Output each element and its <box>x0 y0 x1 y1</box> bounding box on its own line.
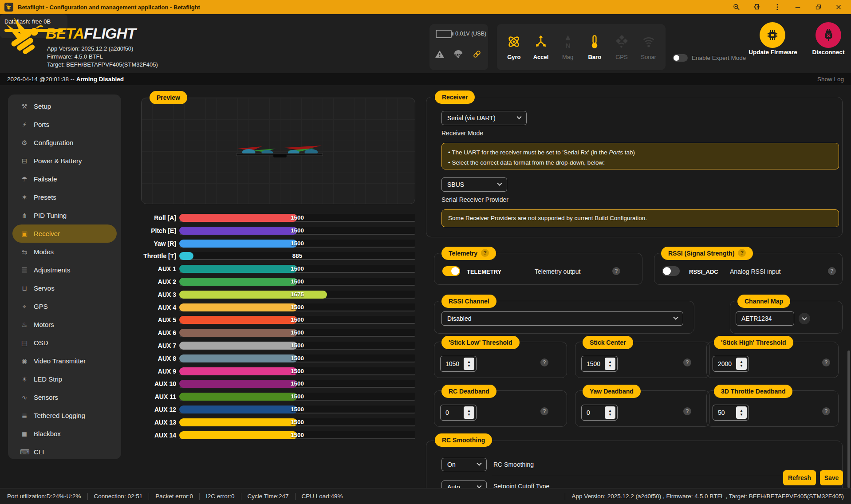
sensor-gyro: Gyro <box>501 34 526 60</box>
save-button[interactable]: Save <box>820 470 843 485</box>
channel-row: AUX 31675 <box>138 291 415 299</box>
rc-smoothing-label: RC Smoothing <box>493 461 534 468</box>
help-icon[interactable]: ? <box>683 407 691 415</box>
channel-row: AUX 91500 <box>138 367 415 375</box>
channel-map-dropdown-button[interactable] <box>799 313 810 324</box>
sidebar-item-pid-tuning[interactable]: ⋔PID Tuning <box>8 206 121 224</box>
yaw-deadband-input[interactable]: 0▲▼ <box>581 405 618 421</box>
window-controls <box>729 1 851 13</box>
sensor-mag: NMag <box>556 34 580 60</box>
spinner-arrows[interactable]: ▲▼ <box>605 358 615 370</box>
sidebar-item-gps[interactable]: ⌖GPS <box>8 297 121 315</box>
scrollbar-thumb[interactable] <box>847 350 850 488</box>
sidebar-item-failsafe[interactable]: ☂Failsafe <box>8 170 121 188</box>
channel-bar-fill <box>179 406 297 413</box>
help-icon[interactable]: ? <box>683 358 691 366</box>
channel-bar-track: 1500 <box>179 329 415 337</box>
help-icon[interactable]: ? <box>540 407 548 415</box>
-stick-high-threshold-input[interactable]: 2000▲▼ <box>713 356 749 372</box>
receiver-note-line2: • Select the correct data format from th… <box>448 158 832 168</box>
update-firmware-button[interactable] <box>760 22 785 48</box>
rc-smoothing-select[interactable]: On <box>441 458 487 471</box>
channel-map-input[interactable]: AETR1234 <box>736 311 794 326</box>
sidebar-item-sensors[interactable]: ∿Sensors <box>8 388 121 406</box>
rssi-adc-toggle[interactable] <box>662 266 680 276</box>
sidebar-item-led-strip[interactable]: ☀LED Strip <box>8 370 121 388</box>
stick-center-input[interactable]: 1500▲▼ <box>581 356 618 372</box>
3d-throttle-deadband-input[interactable]: 50▲▼ <box>713 405 749 421</box>
sidebar-item-configuration[interactable]: ⚙Configuration <box>8 134 121 152</box>
close-icon[interactable] <box>831 1 847 13</box>
zoom-icon[interactable] <box>729 1 745 13</box>
help-icon[interactable]: ? <box>822 358 830 366</box>
rssi-channel-select[interactable]: Disabled <box>441 311 683 326</box>
sidebar-item-cli[interactable]: ⌨CLI <box>8 443 121 461</box>
servo-icon: ⊔ <box>20 284 29 292</box>
telemetry-toggle[interactable] <box>442 266 460 276</box>
channel-row: AUX 131500 <box>138 418 415 426</box>
sidebar-item-tethered-logging[interactable]: ≣Tethered Logging <box>8 406 121 425</box>
sensor-accel: Accel <box>528 34 553 60</box>
drone-model-preview[interactable] <box>236 142 323 161</box>
channel-row: AUX 111500 <box>138 393 415 401</box>
sidebar-item-receiver[interactable]: ▣Receiver <box>12 224 117 243</box>
sidebar-item-modes[interactable]: ⇆Modes <box>8 243 121 261</box>
channel-bar-track: 1500 <box>179 380 415 388</box>
show-log-link[interactable]: Show Log <box>817 76 844 83</box>
help-icon[interactable]: ? <box>822 407 830 415</box>
help-icon[interactable]: ? <box>481 249 489 257</box>
channel-row: AUX 101500 <box>138 380 415 388</box>
sidebar-item-motors[interactable]: ♨Motors <box>8 315 121 334</box>
battery-status-box: 0.01V (USB) <box>429 24 488 70</box>
rssi-section-pill: RSSI (Signal Strength)? <box>661 247 753 260</box>
sensor-baro: Baro <box>582 34 607 60</box>
rssi-switch-name: RSSI_ADC <box>689 268 718 275</box>
channel-row: Roll [A]1500 <box>138 214 415 222</box>
spinner-arrows[interactable]: ▲▼ <box>736 358 747 370</box>
rc-deadband-input[interactable]: 0▲▼ <box>440 405 477 421</box>
serial-provider-select[interactable]: SBUS <box>441 177 507 192</box>
sidebar-item-ports[interactable]: ⚡Ports <box>8 115 121 134</box>
sidebar-item-adjustments[interactable]: ☰Adjustments <box>8 261 121 279</box>
refresh-button[interactable]: Refresh <box>783 470 816 485</box>
channel-bar-track: 1500 <box>179 303 415 311</box>
firmware-text: Firmware: 4.5.0 BTFL <box>47 53 103 60</box>
extensions-icon[interactable] <box>749 1 765 13</box>
sidebar-item-video-transmitter[interactable]: ◉Video Transmitter <box>8 352 121 370</box>
channel-bar-track: 1500 <box>179 214 415 222</box>
sidebar-item-presets[interactable]: ✶Presets <box>8 188 121 206</box>
-stick-low-threshold-input[interactable]: 1050▲▼ <box>440 356 477 372</box>
spinner-arrows[interactable]: ▲▼ <box>464 358 474 370</box>
receiver-mode-select[interactable]: Serial (via UART) <box>441 111 527 125</box>
sidebar-item-setup[interactable]: ⚒Setup <box>8 97 121 115</box>
help-icon[interactable]: ? <box>828 267 836 275</box>
restore-icon[interactable] <box>810 1 826 13</box>
channel-bar-track: 1500 <box>179 354 415 362</box>
channel-bar-fill <box>179 354 297 362</box>
betaflight-bee-logo <box>5 17 44 59</box>
expert-mode-toggle[interactable] <box>673 54 688 62</box>
disconnect-button[interactable] <box>816 22 841 48</box>
spinner-arrows[interactable]: ▲▼ <box>605 406 615 419</box>
channel-bar-fill <box>179 367 297 375</box>
sidebar-item-servos[interactable]: ⊔Servos <box>8 279 121 297</box>
spinner-arrows[interactable]: ▲▼ <box>464 406 474 419</box>
sidebar-item-osd[interactable]: ▤OSD <box>8 334 121 352</box>
failsafe-parachute-icon <box>453 50 463 60</box>
spinner-arrows[interactable]: ▲▼ <box>736 406 747 419</box>
footer-stat: Port utilization:D:24%-U:2% <box>7 493 81 500</box>
battery-icon <box>436 30 452 38</box>
window-title: Betaflight - Configuration and managemen… <box>18 4 200 11</box>
help-icon[interactable]: ? <box>612 267 620 275</box>
sidebar-item-power-battery[interactable]: ⊟Power & Battery <box>8 152 121 170</box>
baro-icon <box>587 43 602 51</box>
channel-map-pill: Channel Map <box>737 295 790 308</box>
sidebar-item-blackbox[interactable]: ◼Blackbox <box>8 425 121 443</box>
channel-bar-track: 1500 <box>179 278 415 286</box>
help-icon[interactable]: ? <box>540 358 548 366</box>
channel-bar-track: 1500 <box>179 367 415 375</box>
update-firmware-label: Update Firmware <box>744 49 802 55</box>
help-icon[interactable]: ? <box>738 249 746 257</box>
minimize-icon[interactable] <box>790 1 806 13</box>
menu-kebab-icon[interactable] <box>769 1 785 13</box>
